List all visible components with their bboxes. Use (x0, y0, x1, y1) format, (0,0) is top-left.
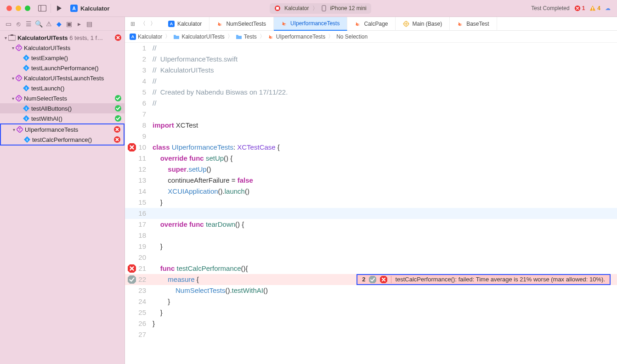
code-line[interactable]: 27 (125, 329, 617, 340)
test-suite-row[interactable]: ▾UIperformanceTests (1, 124, 124, 134)
test-navigator-icon[interactable]: ◆ (55, 20, 62, 28)
symbol-navigator-icon[interactable]: ☰ (25, 20, 32, 28)
test-suite-row[interactable]: ▾NumSelectTests (0, 93, 125, 103)
project-name: Kalculator (80, 5, 110, 12)
breadcrumb-segment[interactable]: No Selection (336, 34, 368, 40)
zoom-window-button[interactable] (25, 6, 30, 11)
test-plan-root[interactable]: ▾KalculatorUITests 6 tests, 1 f… (0, 33, 125, 43)
code-line[interactable]: 6// (125, 98, 617, 109)
editor-tab[interactable]: NumSelectTests (209, 17, 274, 31)
code-line[interactable]: 21 func testCalcPerformance(){ (125, 263, 617, 274)
breadcrumb-segment[interactable]: KalculatorUITests (173, 34, 224, 40)
related-items-icon[interactable]: ⊞ (129, 21, 137, 27)
code-line[interactable]: 19 } (125, 241, 617, 252)
code-line[interactable]: 13 continueAfterFailure = false (125, 175, 617, 186)
editor-tab[interactable]: Main (Base) (396, 17, 450, 31)
nav-forward-button[interactable]: 〉 (149, 20, 157, 28)
code-line[interactable]: 8import XCTest (125, 120, 617, 131)
project-title: A Kalculator (70, 5, 110, 12)
code-line[interactable]: 15 } (125, 197, 617, 208)
editor-tab[interactable]: CalcPage (347, 17, 396, 31)
gutter-issue-icon[interactable] (128, 143, 136, 151)
code-line[interactable]: 20 (125, 252, 617, 263)
editor-tab-bar: ⊞ 〈 〉 AKalculatorNumSelectTestsUIperform… (125, 17, 617, 31)
test-case-row[interactable]: testLaunchPerformance() (0, 63, 125, 73)
inline-error-banner[interactable]: 2 testCalcPerformance(): failed: Time av… (357, 274, 611, 285)
scheme-selector[interactable]: Kalculator 〉 iPhone 12 mini (270, 3, 371, 14)
code-line[interactable]: 5// Created by Nabendu Biswas on 17/11/2… (125, 87, 617, 98)
minimize-window-button[interactable] (16, 6, 21, 11)
toggle-sidebar-button[interactable] (37, 3, 48, 14)
report-navigator-icon[interactable]: ▤ (85, 20, 93, 28)
warning-count-badge[interactable]: 4 (589, 5, 600, 11)
scheme-device: iPhone 12 mini (330, 5, 366, 11)
test-case-row[interactable]: testAllButtons() (0, 103, 125, 113)
test-suite-row[interactable]: ▾KalculatorUITestsLaunchTests (0, 73, 125, 83)
debug-navigator-icon[interactable]: ▣ (65, 20, 73, 28)
source-editor[interactable]: 1//2// UIperformanceTests.swift3// Kalcu… (125, 43, 617, 364)
svg-rect-19 (8, 35, 16, 40)
run-button[interactable] (54, 3, 65, 14)
issue-navigator-icon[interactable]: ⚠ (45, 20, 52, 28)
code-line[interactable]: 10class UIperformanceTests: XCTestCase { (125, 142, 617, 153)
code-line[interactable]: 7 (125, 109, 617, 120)
editor-area: ⊞ 〈 〉 AKalculatorNumSelectTestsUIperform… (125, 17, 617, 364)
code-line[interactable]: 4// (125, 76, 617, 87)
code-line[interactable]: 3// KalculatorUITests (125, 65, 617, 76)
svg-rect-18 (322, 6, 326, 11)
navigator-selector-bar: ▭ ⎋ ☰ 🔍 ⚠ ◆ ▣ ▸ ▤ (0, 17, 125, 31)
breadcrumb-segment[interactable]: Tests (236, 34, 257, 40)
navigator-sidebar: ▭ ⎋ ☰ 🔍 ⚠ ◆ ▣ ▸ ▤ ▾KalculatorUITests 6 t… (0, 17, 125, 364)
gutter-issue-icon[interactable] (128, 275, 136, 284)
code-line[interactable]: 12 super.setUp() (125, 164, 617, 175)
test-case-row[interactable]: testCalcPerformance() (1, 134, 124, 145)
code-line[interactable]: 2 testCalcPerformance(): failed: Time av… (125, 274, 617, 285)
editor-tab[interactable]: AKalculator (161, 17, 209, 31)
code-line[interactable]: 11 override func setUp() { (125, 153, 617, 164)
code-line[interactable]: 26} (125, 318, 617, 329)
code-line[interactable]: 14 XCUIApplication().launch() (125, 186, 617, 197)
nav-back-button[interactable]: 〈 (139, 20, 147, 28)
project-navigator-icon[interactable]: ▭ (5, 20, 12, 28)
code-line[interactable]: 23 NumSelectTests().testWithAI() (125, 285, 617, 296)
editor-tab[interactable]: BaseTest (450, 17, 497, 31)
code-line[interactable]: 25 } (125, 307, 617, 318)
titlebar: A Kalculator Kalculator 〉 iPhone 12 mini… (0, 0, 617, 17)
test-navigator-tree: ▾KalculatorUITests 6 tests, 1 f…▾Kalcula… (0, 31, 125, 364)
code-line[interactable]: 24 } (125, 296, 617, 307)
code-line[interactable]: 9 (125, 131, 617, 142)
code-line[interactable]: 1// (125, 43, 617, 54)
test-suite-row[interactable]: ▾KalculatorUITests (0, 43, 125, 53)
svg-rect-17 (276, 7, 279, 10)
breadcrumb-segment[interactable]: AKalculator (130, 34, 162, 40)
test-case-row[interactable]: testLaunch() (0, 83, 125, 93)
code-line[interactable]: 2// UIperformanceTests.swift (125, 54, 617, 65)
svg-rect-14 (39, 6, 46, 11)
breadcrumb-segment[interactable]: UIperformanceTests (268, 34, 325, 40)
svg-rect-20 (11, 34, 13, 36)
code-line[interactable]: 16 (125, 208, 617, 219)
editor-tab[interactable]: UIperformanceTests (274, 17, 347, 31)
code-line[interactable]: 17 override func tearDown() { (125, 219, 617, 230)
error-count-badge[interactable]: 1 (574, 5, 585, 11)
breakpoint-navigator-icon[interactable]: ▸ (75, 20, 83, 28)
close-window-button[interactable] (6, 6, 12, 11)
gutter-issue-icon[interactable] (128, 264, 136, 273)
scheme-target: Kalculator (284, 5, 309, 11)
app-icon: A (70, 5, 78, 12)
test-case-row[interactable]: testWithAI() (0, 113, 125, 123)
jump-bar[interactable]: AKalculator〉KalculatorUITests〉Tests〉UIpe… (125, 31, 617, 43)
cloud-status-icon[interactable]: ☁︎ (605, 5, 611, 11)
code-line[interactable]: 18 (125, 230, 617, 241)
chevron-right-icon: 〉 (312, 5, 318, 12)
find-navigator-icon[interactable]: 🔍 (35, 20, 42, 28)
window-controls (0, 6, 37, 11)
source-control-navigator-icon[interactable]: ⎋ (15, 20, 22, 28)
activity-status: Test Completed (531, 5, 569, 11)
test-case-row[interactable]: testExample() (0, 53, 125, 63)
